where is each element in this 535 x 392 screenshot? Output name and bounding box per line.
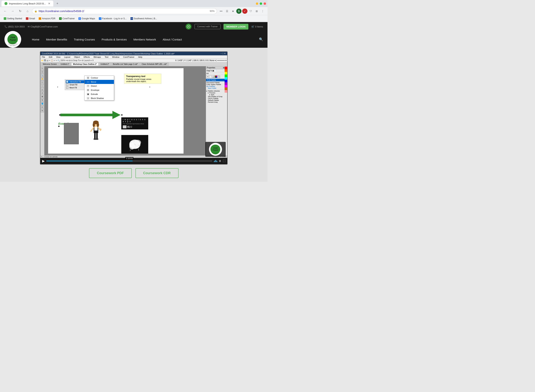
cd-swatch-yellow[interactable] — [225, 72, 227, 75]
cd-tool-zoom[interactable]: 🔍 — [41, 74, 44, 77]
cd-tool-poly[interactable]: △ — [41, 88, 44, 91]
chrome-menu-button[interactable]: ⋮ — [260, 9, 265, 14]
cd-tool-smart[interactable]: ✏ — [41, 105, 44, 109]
cd-new-folder[interactable]: New Folder — [206, 87, 227, 89]
nav-members-network[interactable]: Members Network — [130, 36, 160, 43]
cd-tool-pencil[interactable]: ✎ — [41, 109, 44, 112]
cd-palette-default[interactable]: Default Palette — [206, 99, 227, 101]
cd-menu-layout[interactable]: Layout — [63, 56, 71, 58]
cd-dd-blend[interactable]: ⟷ Blend — [84, 80, 114, 84]
cd-dd-contour[interactable]: ◎ Contour — [84, 76, 114, 80]
nav-about-contact[interactable]: About / Contact — [160, 36, 185, 43]
tab-close-button[interactable]: ✕ — [48, 2, 50, 5]
cd-swatch-red[interactable] — [225, 67, 227, 69]
nav-member-benefits[interactable]: Member Benefits — [43, 36, 70, 43]
cd-swatch-brown[interactable] — [225, 88, 227, 90]
cd-menu-text[interactable]: Text — [104, 56, 109, 58]
cd-doc-palette[interactable]: Document Palette — [206, 82, 227, 84]
cd-fill-opt2[interactable] — [209, 75, 212, 78]
bookmark-googlemaps[interactable]: G Google Maps — [77, 17, 96, 21]
cd-swatch-blue[interactable] — [225, 80, 227, 82]
cd-swatch-magenta[interactable] — [225, 85, 227, 88]
cd-fill-opt3[interactable] — [212, 75, 215, 78]
cd-menu-effects[interactable]: Effects — [83, 56, 90, 58]
cd-menu-help[interactable]: Help — [137, 56, 143, 58]
cd-dd-envelope[interactable]: ✉ Envelope — [84, 88, 114, 92]
bookmark-southwest[interactable]: SW Southwest Airlines | B... — [129, 17, 159, 21]
forward-button[interactable]: → — [10, 8, 16, 14]
cd-palette-percentgray[interactable]: Percent Gray — [206, 101, 227, 103]
cd-tool-text[interactable]: A — [41, 91, 44, 95]
cd-menu-view[interactable]: View — [55, 56, 61, 58]
cd-tool-fill[interactable]: 🪣 — [41, 102, 44, 105]
cd-menu-edit[interactable]: Edit — [48, 56, 53, 58]
cd-tab-workshop[interactable]: Workshop Class Outline-1* — [71, 63, 99, 66]
cd-tool-rect[interactable]: □ — [41, 81, 44, 84]
cd-menu-file[interactable]: File — [41, 56, 46, 58]
minimize-button[interactable] — [256, 2, 258, 5]
cd-palette-process[interactable]: ▸ Process — [206, 92, 227, 94]
nav-products-services[interactable]: Products & Services — [98, 36, 130, 43]
extension-button[interactable]: ✓ — [242, 9, 247, 14]
nav-training-courses[interactable]: Training Courses — [70, 36, 98, 43]
cd-swatch-cyan[interactable] — [225, 77, 227, 80]
more-tools-button[interactable]: ••• — [218, 9, 224, 14]
cd-tab-benefits[interactable]: Benefits List Table page 2.cdr* — [111, 63, 140, 66]
cd-panel-icon5[interactable]: 📄 — [214, 70, 217, 72]
back-button[interactable]: ← — [2, 8, 8, 14]
cd-tool-para[interactable]: ¶ — [41, 98, 44, 102]
member-login-button[interactable]: MEMBER LOGIN — [224, 24, 249, 29]
bookmark-button[interactable]: ★ — [230, 9, 235, 14]
cd-menu-bitmaps[interactable]: Bitmaps — [93, 56, 102, 58]
cd-dd-extrude[interactable]: ▣ Extrude — [84, 92, 114, 96]
cd-fill-opt1[interactable]: ✕ — [206, 75, 209, 78]
cd-tool-ellipse[interactable]: ○ — [41, 84, 44, 88]
video-progress-bar[interactable]: 1:10:03 — [46, 161, 212, 161]
cd-swatch-green[interactable] — [225, 75, 227, 77]
play-button[interactable]: ▶ — [42, 159, 45, 163]
fullscreen-button[interactable]: ⛶ — [223, 159, 225, 163]
reading-list-button[interactable]: ☰ — [224, 9, 230, 14]
connect-with-trainer-button[interactable]: Connect with Trainer — [194, 24, 221, 29]
cd-dd-distort[interactable]: 〰 Distort — [84, 84, 114, 88]
cd-tool-select[interactable]: ↖ — [41, 67, 44, 70]
cd-menu-coreltrainer[interactable]: CorelTrainer — [122, 56, 135, 58]
extensions-button[interactable]: ⊞ — [254, 9, 259, 14]
cd-menu-object[interactable]: Object — [73, 56, 81, 58]
cd-tab-untitled1[interactable]: Untitled-1* — [59, 63, 71, 66]
cd-tool-node[interactable]: ⬡ — [41, 70, 44, 74]
cd-fill-interactive[interactable]: Interactive Fill G — [66, 80, 86, 83]
cd-panel-icon3[interactable]: fx — [211, 70, 212, 72]
browser-tab[interactable]: Impressions Long Beach 2020 B... ✕ — [1, 0, 53, 6]
cd-palette-256gray[interactable]: 256 shades of Gray — [206, 96, 227, 98]
home-button[interactable]: ⌂ — [24, 8, 30, 14]
cd-fill-opt4[interactable] — [215, 75, 217, 78]
cd-fill-smart[interactable]: Smart Fill — [66, 83, 86, 86]
search-icon[interactable]: 🔍 — [259, 37, 263, 42]
cd-panel-icon4[interactable]: ▣ — [212, 70, 214, 72]
address-bar[interactable]: 🔒 https://coreltrainer.com/videos/54508-… — [32, 8, 217, 14]
bookmark-amazon[interactable]: a Amazon.FDR — [37, 17, 57, 21]
cd-menu-window[interactable]: Window — [112, 56, 120, 58]
maximize-button[interactable] — [260, 2, 262, 5]
cd-tab-untitled2[interactable]: Untitled-2* — [99, 63, 111, 66]
cd-fill-opt5[interactable] — [217, 75, 220, 78]
cd-dd-blockshadow[interactable]: ▪ Block Shadow — [84, 96, 114, 100]
cd-panel-icon1[interactable]: ⚙ — [206, 70, 208, 72]
cd-swatch-pink[interactable] — [225, 90, 227, 93]
bookmark-facebook[interactable]: f Facebook - Log In or S... — [97, 17, 128, 21]
cd-palette-cmyk[interactable]: CMYK Palette — [206, 98, 227, 99]
cd-palette-spot[interactable]: ▸ Spot — [206, 94, 227, 96]
cd-tab-schedule[interactable]: Class Schedule IMP:LB0...cdr* — [140, 63, 169, 66]
settings-button[interactable]: ⚙ — [219, 159, 221, 163]
reload-button[interactable]: ↻ — [17, 8, 23, 14]
profile-button[interactable]: B — [236, 9, 241, 14]
nav-home[interactable]: Home — [29, 36, 43, 43]
cd-color-styles[interactable]: Color Styles Palette — [206, 84, 227, 85]
cd-tool-pan[interactable]: ✋ — [41, 77, 44, 81]
new-tab-button[interactable]: + — [55, 1, 60, 6]
cd-swatch-purple[interactable] — [225, 82, 227, 85]
cd-tool-table[interactable]: ⊞ — [41, 95, 44, 98]
cd-my-palette[interactable]: My Palettes — [206, 85, 227, 87]
bookmark-getting-started[interactable]: Getting Started — [2, 17, 23, 21]
